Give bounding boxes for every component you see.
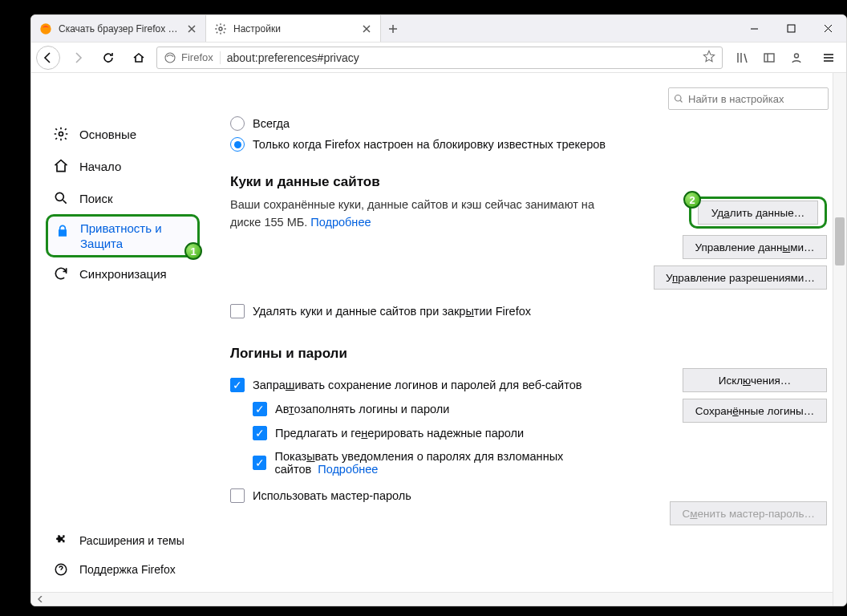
back-button[interactable]: [36, 46, 60, 70]
tab-label: Настройки: [233, 23, 355, 34]
app-menu-button[interactable]: [816, 45, 841, 71]
dnt-option-tracking[interactable]: Только когда Firefox настроен на блокиро…: [230, 137, 827, 152]
manage-permissions-button[interactable]: Управление разрешениями…: [654, 265, 827, 290]
sidebar-item-label: Начало: [79, 160, 121, 173]
library-button[interactable]: [729, 45, 755, 71]
svg-point-0: [40, 23, 51, 34]
category-sidebar: Основные Начало Поиск Приватность и Защи…: [31, 110, 208, 592]
settings-search[interactable]: [668, 87, 829, 110]
sidebar-item-label: Основные: [79, 128, 136, 141]
breach-learn-more-link[interactable]: Подробнее: [318, 463, 378, 476]
new-tab-button[interactable]: [381, 15, 405, 42]
sync-icon: [52, 265, 70, 282]
radio-checked[interactable]: [230, 137, 245, 152]
help-icon: [52, 562, 70, 577]
window-controls: [736, 15, 846, 42]
tab-label: Скачать браузер Firefox для ко: [59, 23, 180, 34]
home-icon: [52, 158, 70, 174]
checkbox-label: Автозаполнять логины и пароли: [275, 403, 449, 415]
saved-logins-button[interactable]: Сохранённые логины…: [683, 399, 827, 423]
clear-data-button[interactable]: Удалить данные…: [698, 201, 818, 225]
svg-rect-4: [764, 54, 774, 62]
section-title-logins: Логины и пароли: [230, 346, 827, 362]
autofill-logins-checkbox[interactable]: Автозаполнять логины и пароли: [253, 402, 657, 416]
reload-button[interactable]: [95, 45, 121, 71]
cookies-desc: Ваши сохранённые куки, данные сайтов и к…: [230, 197, 607, 232]
content-area: Основные Начало Поиск Приватность и Защи…: [31, 73, 846, 606]
sidebar-item-addons[interactable]: Расширения и темы: [46, 526, 200, 555]
radio-label: Только когда Firefox настроен на блокиро…: [253, 138, 606, 151]
sidebar-button[interactable]: [756, 45, 782, 71]
close-window-button[interactable]: [809, 15, 846, 42]
tab-download-firefox[interactable]: Скачать браузер Firefox для ко: [31, 15, 206, 42]
exceptions-button[interactable]: Исключения…: [683, 368, 827, 392]
change-master-password-button: Сменить мастер-пароль…: [670, 501, 827, 525]
checkbox-label: Запрашивать сохранение логинов и паролей…: [253, 379, 582, 391]
identity-box[interactable]: Firefox: [164, 51, 221, 64]
breach-alerts-checkbox[interactable]: Показывать уведомления о паролях для взл…: [253, 450, 657, 476]
checkbox-label: Удалять куки и данные сайтов при закрыти…: [253, 305, 531, 318]
checkbox-label: Использовать мастер-пароль: [253, 489, 411, 502]
gear-icon: [214, 22, 227, 35]
window: Скачать браузер Firefox для ко Настройки: [30, 14, 847, 606]
checkbox-checked[interactable]: [253, 456, 266, 470]
delete-on-close-checkbox[interactable]: Удалять куки и данные сайтов при закрыти…: [230, 304, 827, 318]
checkbox-unchecked[interactable]: [230, 304, 245, 318]
svg-point-5: [795, 54, 799, 58]
checkbox-unchecked[interactable]: [230, 488, 245, 503]
sidebar-item-search[interactable]: Поиск: [46, 182, 200, 214]
bookmark-star-icon[interactable]: [703, 50, 715, 65]
scroll-left-icon[interactable]: [33, 593, 47, 606]
callout-badge-1: 1: [184, 242, 202, 260]
maximize-button[interactable]: [772, 15, 809, 42]
svg-point-3: [165, 53, 175, 63]
dnt-option-always[interactable]: Всегда: [230, 116, 827, 131]
lock-icon: [55, 223, 71, 239]
ask-save-logins-checkbox[interactable]: Запрашивать сохранение логинов и паролей…: [230, 378, 657, 392]
sidebar-item-privacy[interactable]: Приватность и Защита 1: [46, 214, 200, 257]
nav-toolbar: Firefox: [31, 42, 846, 73]
radio-unchecked[interactable]: [230, 116, 245, 131]
forward-button[interactable]: [65, 45, 91, 71]
url-bar[interactable]: Firefox: [156, 47, 723, 69]
cookies-learn-more-link[interactable]: Подробнее: [310, 216, 371, 229]
callout-badge-2: 2: [683, 191, 701, 209]
minimize-button[interactable]: [736, 15, 772, 42]
account-button[interactable]: [784, 45, 809, 71]
svg-point-8: [55, 192, 63, 201]
firefox-glyph-icon: [164, 51, 176, 64]
tab-bar: Скачать браузер Firefox для ко Настройки: [31, 15, 846, 42]
use-master-password-checkbox[interactable]: Использовать мастер-пароль: [230, 488, 657, 503]
suggest-passwords-checkbox[interactable]: Предлагать и генерировать надежные парол…: [253, 426, 657, 440]
checkbox-checked[interactable]: [253, 426, 267, 440]
home-button[interactable]: [126, 45, 152, 71]
sidebar-item-sync[interactable]: Синхронизация: [46, 257, 200, 290]
settings-search-input[interactable]: [688, 93, 823, 105]
tab-settings[interactable]: Настройки: [206, 15, 381, 42]
sidebar-item-general[interactable]: Основные: [46, 118, 200, 150]
main-pane: Всегда Только когда Firefox настроен на …: [208, 110, 846, 592]
manage-data-button[interactable]: Управление данными…: [683, 235, 827, 259]
sidebar-item-label: Приватность и Защита: [80, 221, 191, 252]
sidebar-item-label: Поддержка Firefox: [79, 563, 176, 576]
sidebar-item-label: Поиск: [79, 192, 113, 205]
firefox-icon: [39, 22, 52, 35]
horizontal-scrollbar[interactable]: [31, 592, 846, 606]
callout-2-wrap: 2 Удалить данные…: [689, 197, 827, 229]
url-input[interactable]: [227, 51, 696, 64]
svg-point-6: [675, 95, 682, 102]
search-icon: [674, 93, 683, 104]
section-title-cookies: Куки и данные сайтов: [230, 174, 827, 190]
sidebar-item-home[interactable]: Начало: [46, 150, 200, 182]
sidebar-item-label: Расширения и темы: [79, 534, 184, 547]
close-icon[interactable]: [186, 23, 197, 34]
svg-rect-2: [788, 25, 795, 32]
svg-point-7: [59, 132, 63, 136]
sidebar-item-support[interactable]: Поддержка Firefox: [46, 555, 200, 584]
gear-icon: [52, 126, 70, 142]
identity-label: Firefox: [181, 51, 213, 63]
checkbox-checked[interactable]: [230, 378, 245, 392]
checkbox-checked[interactable]: [253, 402, 267, 416]
toolbar-right: [727, 45, 811, 71]
close-icon[interactable]: [361, 23, 372, 34]
